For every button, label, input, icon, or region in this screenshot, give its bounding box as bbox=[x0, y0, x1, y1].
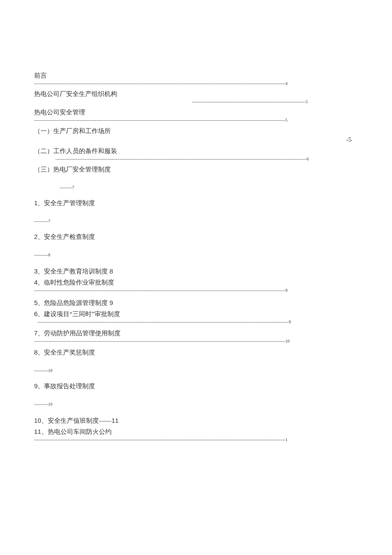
toc-entry-title: （二）工作人员的条件和服装 bbox=[34, 146, 358, 156]
toc-entry-title: 2、安全生产检查制度 bbox=[34, 232, 358, 242]
toc-entry-title: 1、安全生产管理制度 bbox=[34, 198, 358, 208]
toc-entry-title: 8、安全生产奖惩制度 bbox=[34, 347, 358, 357]
toc-entry-title: 前言 bbox=[34, 70, 358, 81]
toc-leader: ----------------------------------------… bbox=[34, 99, 358, 105]
toc-entry: 3、安全生产教育培训制度 8 bbox=[34, 265, 358, 277]
toc-entry: 10、安全生产值班制度——11 bbox=[34, 415, 358, 427]
toc-entry: 6、建设项目“三同时”审批制度 ------------------------… bbox=[34, 309, 358, 325]
toc-leader: ---------7 bbox=[34, 218, 358, 224]
toc-entry-title: 4、临时性危险作业审批制度 bbox=[34, 277, 358, 288]
toc-entry: （一）生产厂房和工作场所 -5 bbox=[34, 126, 358, 143]
toc-leader: ----------------------------------------… bbox=[34, 338, 358, 344]
toc-entry: （三）热电厂安全管理制度 --------7 bbox=[34, 164, 358, 190]
toc-leader: ----------------------------------------… bbox=[34, 156, 358, 162]
toc-entry: 1、安全生产管理制度 ---------7 bbox=[34, 198, 358, 224]
toc-leader: ---------10 bbox=[34, 401, 358, 407]
toc-entry: （二）工作人员的条件和服装 --------------------------… bbox=[34, 146, 358, 162]
toc-entry-title: 7、劳动防护用品管理使用制度 bbox=[34, 328, 358, 338]
toc-entry: 7、劳动防护用品管理使用制度 -------------------------… bbox=[34, 328, 358, 344]
toc-leader: --------7 bbox=[34, 185, 358, 190]
toc-leader: ----------------------------------------… bbox=[34, 81, 358, 86]
toc-entry-title: 11、热电公司车间防火公约 bbox=[34, 427, 358, 437]
toc-entry: 11、热电公司车间防火公约 --------------------------… bbox=[34, 427, 358, 442]
toc-leader: ---------8 bbox=[34, 252, 358, 258]
toc-entry-title: （三）热电厂安全管理制度 bbox=[34, 164, 358, 174]
toc-leader: ----------------------------------------… bbox=[34, 319, 358, 325]
toc-entry: 热电公司厂安全生产组织机构 --------------------------… bbox=[34, 89, 358, 105]
toc-entry: 5、危险品危险源管理制度 9 bbox=[34, 297, 358, 309]
toc-entry-title: 热电公司安全管理 bbox=[34, 107, 358, 117]
toc-leader: ----------------------------------------… bbox=[34, 288, 358, 293]
toc-leader: ---------10 bbox=[34, 368, 358, 373]
toc-entry: 9、事故报告处理制度 ---------10 bbox=[34, 381, 358, 407]
toc-entry: 热电公司安全管理 -------------------------------… bbox=[34, 107, 358, 123]
toc-entry-title: 热电公司厂安全生产组织机构 bbox=[34, 89, 358, 99]
toc-page-number: -5 bbox=[34, 136, 358, 143]
table-of-contents: 前言 -------------------------------------… bbox=[34, 70, 358, 442]
toc-leader: ----------------------------------------… bbox=[34, 117, 358, 123]
toc-entry: 4、临时性危险作业审批制度 --------------------------… bbox=[34, 277, 358, 293]
toc-entry-title: 6、建设项目“三同时”审批制度 bbox=[34, 309, 358, 319]
toc-entry-title: 9、事故报告处理制度 bbox=[34, 381, 358, 391]
toc-entry: 2、安全生产检查制度 ---------8 bbox=[34, 232, 358, 258]
toc-leader: ----------------------------------------… bbox=[34, 437, 358, 442]
toc-entry: 8、安全生产奖惩制度 ---------10 bbox=[34, 347, 358, 373]
toc-entry: 前言 -------------------------------------… bbox=[34, 70, 358, 86]
toc-entry-title: （一）生产厂房和工作场所 bbox=[34, 126, 358, 136]
